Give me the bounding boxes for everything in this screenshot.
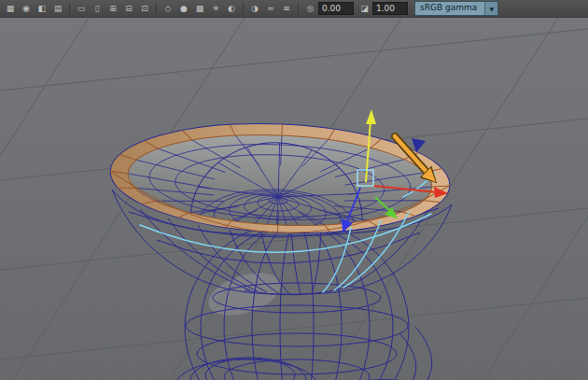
toolbar-separator <box>156 3 157 14</box>
toolbar-separator <box>298 3 299 14</box>
viewport-3d[interactable] <box>0 18 588 380</box>
occlusion-icon[interactable]: ◑ <box>247 2 262 16</box>
field-chart-icon[interactable]: ⊟ <box>121 2 136 16</box>
gamma-input[interactable]: 1.00 <box>372 2 408 15</box>
body-sphere-mesh[interactable] <box>185 221 409 380</box>
resolution-gate-icon[interactable]: ▯ <box>90 2 105 16</box>
lock-camera-icon[interactable]: ◧ <box>35 2 49 16</box>
multisample-icon[interactable]: ≡ <box>279 2 294 16</box>
textured-icon[interactable]: ▩ <box>192 2 207 16</box>
gate-mask-icon[interactable]: ⊞ <box>105 2 120 16</box>
chevron-down-icon: ▼ <box>484 2 497 15</box>
film-gate-icon[interactable]: ▭ <box>74 2 89 16</box>
camera-attributes-icon[interactable]: ▤ <box>50 2 65 16</box>
exposure-field-group: ◎ 0.00 <box>304 2 354 15</box>
toolbar-separator <box>69 3 70 14</box>
viewport-canvas[interactable] <box>0 18 588 380</box>
view-transform-dropdown[interactable]: sRGB gamma ▼ <box>414 1 498 16</box>
view-transform-value: sRGB gamma <box>415 2 484 15</box>
select-camera-icon[interactable]: ◉ <box>19 2 34 16</box>
exposure-input[interactable]: 0.00 <box>318 2 354 15</box>
base-ring-mesh[interactable] <box>175 327 439 380</box>
viewport-toolbar: ▦ ◉ ◧ ▤ ▭ ▯ ⊞ ⊟ ⊡ ◇ ● ▩ ☀ ◐ ◑ ≈ ≡ ◎ 0.00… <box>0 0 588 18</box>
gamma-field-group: ◪ 1.00 <box>358 2 408 15</box>
wireframe-icon[interactable]: ◇ <box>161 2 175 16</box>
viewport-panel: ▦ ◉ ◧ ▤ ▭ ▯ ⊞ ⊟ ⊡ ◇ ● ▩ ☀ ◐ ◑ ≈ ≡ ◎ 0.00… <box>0 0 588 380</box>
toolbar-separator <box>243 3 244 14</box>
motion-blur-icon[interactable]: ≈ <box>263 2 278 16</box>
exposure-icon: ◎ <box>304 4 316 13</box>
shadows-icon[interactable]: ◐ <box>224 2 239 16</box>
goblet-model[interactable] <box>105 117 453 380</box>
shaded-icon[interactable]: ● <box>176 2 191 16</box>
layout-shortcuts-icon[interactable]: ▦ <box>3 2 18 16</box>
safe-action-icon[interactable]: ⊡ <box>137 2 152 16</box>
lights-icon[interactable]: ☀ <box>208 2 223 16</box>
gamma-icon: ◪ <box>358 4 371 13</box>
